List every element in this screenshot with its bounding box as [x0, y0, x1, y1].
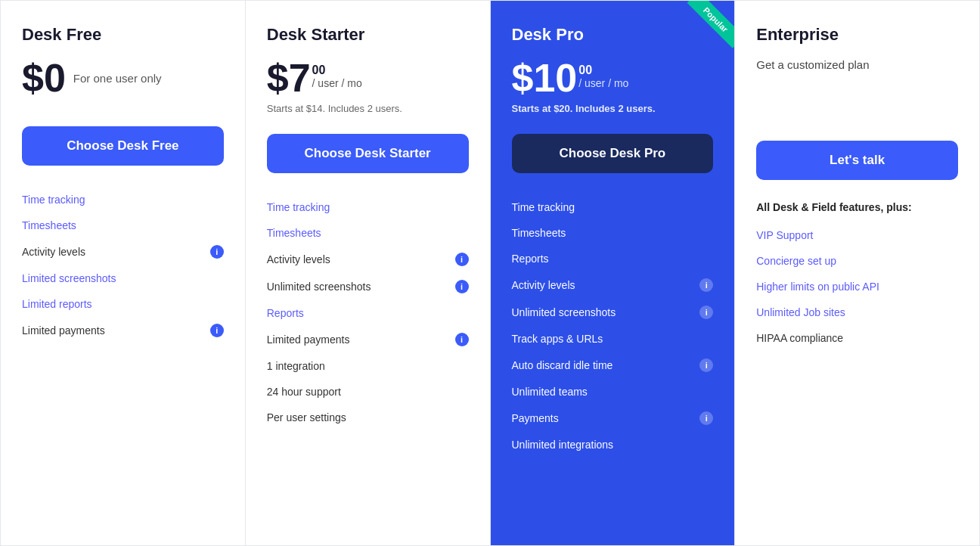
plan-starter-features: Time tracking Timesheets Activity levels…: [267, 194, 469, 430]
plan-starter-price-unit: / user / mo: [312, 76, 362, 92]
feature-text: Limited payments: [267, 333, 350, 346]
info-icon[interactable]: i: [699, 306, 713, 319]
plan-pro-price-dollar: $: [512, 58, 534, 98]
feature-starter-1-integration: 1 integration: [267, 353, 469, 379]
feature-pro-payments: Payments i: [512, 405, 714, 432]
plan-pro-subtitle: Starts at $20. Includes 2 users.: [512, 102, 714, 116]
feature-pro-time-tracking: Time tracking: [512, 194, 714, 220]
feature-free-limited-payments: Limited payments i: [22, 317, 224, 344]
choose-free-button[interactable]: Choose Desk Free: [22, 126, 224, 166]
info-icon[interactable]: i: [455, 280, 469, 293]
feature-starter-activity-levels: Activity levels i: [267, 246, 469, 273]
info-icon[interactable]: i: [455, 253, 469, 266]
plan-starter: Desk Starter $ 7 00 / user / mo Starts a…: [246, 1, 491, 545]
feature-free-limited-reports: Limited reports: [22, 291, 224, 317]
feature-text: Reports: [512, 253, 549, 265]
info-icon[interactable]: i: [210, 324, 224, 337]
plan-starter-price-cents: 00: [312, 64, 362, 76]
feature-text: Activity levels: [267, 253, 330, 265]
feature-text: Unlimited screenshots: [267, 281, 371, 293]
feature-text: 1 integration: [267, 360, 325, 372]
feature-text: Track apps & URLs: [512, 333, 603, 345]
plan-free-price-whole: 0: [44, 58, 66, 98]
feature-starter-per-user-settings: Per user settings: [267, 405, 469, 430]
feature-starter-timesheets: Timesheets: [267, 220, 469, 246]
feature-pro-unlimited-integrations: Unlimited integrations: [512, 432, 714, 458]
feature-starter-time-tracking: Time tracking: [267, 194, 469, 220]
choose-pro-button[interactable]: Choose Desk Pro: [512, 134, 714, 173]
feature-starter-limited-payments: Limited payments i: [267, 326, 469, 353]
pricing-container: Desk Free $ 0 For one user only Choose D…: [0, 0, 980, 546]
feature-text: Timesheets: [512, 227, 566, 239]
feature-text: Timesheets: [267, 227, 321, 239]
feature-starter-unlimited-screenshots: Unlimited screenshots i: [267, 273, 469, 300]
feature-pro-unlimited-screenshots: Unlimited screenshots i: [512, 299, 714, 326]
feature-text: Unlimited teams: [512, 386, 588, 398]
plan-pro-price-row: $ 10 00 / user / mo: [512, 58, 714, 98]
feature-text: Unlimited Job sites: [756, 306, 845, 318]
feature-text: 24 hour support: [267, 386, 341, 398]
info-icon[interactable]: i: [210, 245, 224, 259]
feature-text: Unlimited integrations: [512, 439, 614, 451]
feature-enterprise-higher-limits-api: Higher limits on public API: [756, 274, 958, 299]
feature-pro-activity-levels: Activity levels i: [512, 271, 714, 299]
feature-starter-reports: Reports: [267, 300, 469, 326]
choose-starter-button[interactable]: Choose Desk Starter: [267, 134, 469, 173]
feature-starter-24-hour-support: 24 hour support: [267, 379, 469, 405]
feature-pro-timesheets: Timesheets: [512, 220, 714, 246]
info-icon[interactable]: i: [455, 333, 469, 346]
feature-enterprise-vip-support: VIP Support: [756, 222, 958, 248]
info-icon[interactable]: i: [699, 358, 713, 372]
feature-text: Activity levels: [512, 279, 575, 291]
feature-free-time-tracking: Time tracking: [22, 187, 224, 213]
feature-text: Reports: [267, 307, 304, 319]
feature-enterprise-unlimited-job-sites: Unlimited Job sites: [756, 299, 958, 325]
plan-free-price-row: $ 0 For one user only: [22, 58, 224, 98]
plan-starter-price-row: $ 7 00 / user / mo: [267, 58, 469, 98]
plan-pro-cents-unit: 00 / user / mo: [578, 64, 628, 92]
feature-free-activity-levels: Activity levels i: [22, 238, 224, 265]
info-icon[interactable]: i: [699, 411, 713, 425]
feature-text: Time tracking: [267, 201, 330, 213]
feature-enterprise-hipaa-compliance: HIPAA compliance: [756, 325, 958, 351]
plan-pro-price-whole: 10: [533, 58, 577, 98]
plan-pro: Popular Desk Pro $ 10 00 / user / mo Sta…: [491, 1, 736, 545]
feature-text: Limited screenshots: [22, 272, 116, 284]
plan-enterprise: Enterprise Get a customized plan Let's t…: [735, 1, 979, 545]
feature-text: HIPAA compliance: [756, 332, 843, 344]
feature-text: Limited payments: [22, 324, 105, 337]
plan-starter-price-whole: 7: [289, 58, 311, 98]
plan-starter-subtitle: Starts at $14. Includes 2 users.: [267, 102, 469, 116]
feature-text: Time tracking: [22, 194, 85, 206]
enterprise-features-header: All Desk & Field features, plus:: [756, 201, 958, 213]
feature-pro-unlimited-teams: Unlimited teams: [512, 379, 714, 405]
info-icon[interactable]: i: [699, 278, 713, 292]
plan-enterprise-name: Enterprise: [756, 25, 958, 45]
feature-text: Activity levels: [22, 246, 85, 258]
feature-text: Concierge set up: [756, 255, 836, 267]
feature-text: Higher limits on public API: [756, 281, 879, 293]
feature-enterprise-concierge-setup: Concierge set up: [756, 248, 958, 274]
plan-pro-features: Time tracking Timesheets Reports Activit…: [512, 194, 714, 458]
feature-text: Per user settings: [267, 411, 346, 423]
plan-free: Desk Free $ 0 For one user only Choose D…: [1, 1, 246, 545]
plan-free-features: Time tracking Timesheets Activity levels…: [22, 187, 224, 344]
feature-free-limited-screenshots: Limited screenshots: [22, 265, 224, 291]
popular-badge: Popular: [674, 1, 734, 61]
plan-free-subtitle: For one user only: [73, 72, 162, 85]
plan-starter-cents-unit: 00 / user / mo: [312, 64, 362, 92]
feature-text: Timesheets: [22, 219, 76, 231]
feature-pro-reports: Reports: [512, 246, 714, 271]
feature-text: Time tracking: [512, 201, 575, 213]
feature-pro-auto-discard-idle: Auto discard idle time i: [512, 352, 714, 379]
feature-text: Auto discard idle time: [512, 359, 613, 371]
feature-text: Unlimited screenshots: [512, 306, 616, 318]
plan-enterprise-features: VIP Support Concierge set up Higher limi…: [756, 222, 958, 351]
plan-pro-price-cents: 00: [578, 64, 628, 76]
plan-starter-name: Desk Starter: [267, 25, 469, 45]
popular-badge-label: Popular: [687, 1, 734, 48]
plan-pro-price-unit: / user / mo: [578, 76, 628, 92]
choose-enterprise-button[interactable]: Let's talk: [756, 141, 958, 180]
feature-text: Limited reports: [22, 298, 92, 310]
feature-pro-track-apps-urls: Track apps & URLs: [512, 326, 714, 352]
